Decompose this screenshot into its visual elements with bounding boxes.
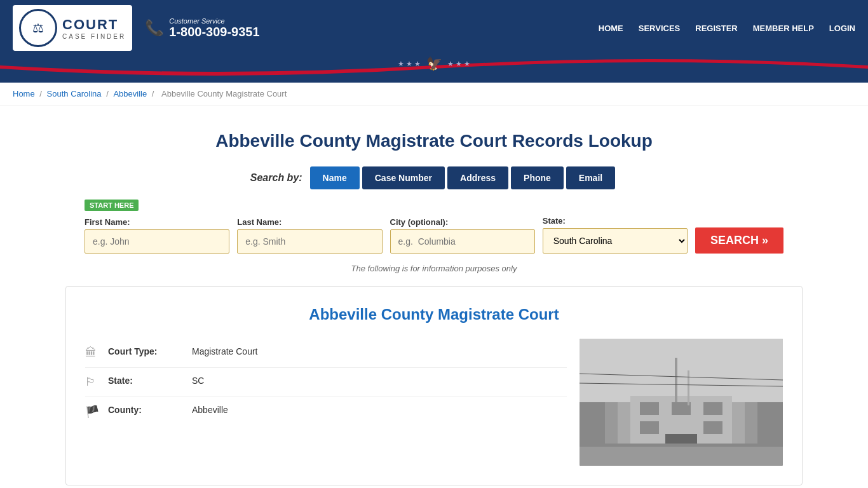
nav-login[interactable]: LOGIN bbox=[829, 24, 855, 33]
state-select[interactable]: South Carolina Alabama Alaska Arizona Ca… bbox=[543, 228, 688, 254]
search-section: Search by: Name Case Number Address Phon… bbox=[65, 166, 803, 273]
breadcrumb-sep2: / bbox=[106, 89, 111, 98]
svg-rect-9 bbox=[640, 421, 659, 434]
state-label: State: bbox=[543, 216, 688, 226]
search-form: First Name: Last Name: City (optional): … bbox=[85, 216, 783, 254]
header-phone: 📞 Customer Service 1-800-309-9351 bbox=[145, 17, 259, 39]
search-by-row: Search by: Name Case Number Address Phon… bbox=[65, 166, 803, 189]
breadcrumb-city[interactable]: Abbeville bbox=[113, 89, 147, 98]
court-image bbox=[580, 339, 783, 466]
phone-number: 1-800-309-9351 bbox=[169, 25, 259, 39]
site-header: ⚖ COURT CASE FINDER 📞 Customer Service 1… bbox=[0, 0, 868, 56]
court-type-icon: 🏛 bbox=[85, 346, 100, 360]
svg-rect-8 bbox=[703, 402, 722, 415]
main-content: Abbeville County Magistrate Court Record… bbox=[53, 105, 815, 488]
nav-home[interactable]: HOME bbox=[599, 24, 623, 33]
breadcrumb-sep1: / bbox=[39, 89, 44, 98]
first-name-input[interactable] bbox=[85, 229, 229, 254]
state-info-value: SC bbox=[192, 376, 204, 386]
tab-case-number[interactable]: Case Number bbox=[362, 166, 445, 189]
last-name-input[interactable] bbox=[237, 229, 382, 254]
eagle-icon: 🦅 bbox=[426, 56, 442, 71]
svg-rect-13 bbox=[688, 370, 689, 405]
county-icon: 🏴 bbox=[85, 405, 100, 419]
first-name-label: First Name: bbox=[85, 217, 229, 227]
court-info: 🏛 Court Type: Magistrate Court 🏳 State: … bbox=[85, 339, 567, 466]
state-icon: 🏳 bbox=[85, 376, 100, 389]
city-input[interactable] bbox=[390, 229, 535, 254]
tab-address[interactable]: Address bbox=[447, 166, 508, 189]
county-value: Abbeville bbox=[192, 405, 228, 415]
phone-icon: 📞 bbox=[145, 19, 164, 37]
header-left: ⚖ COURT CASE FINDER 📞 Customer Service 1… bbox=[13, 5, 260, 51]
court-card-body: 🏛 Court Type: Magistrate Court 🏳 State: … bbox=[85, 339, 783, 466]
eagle-banner: ★ ★ ★ 🦅 ★ ★ ★ bbox=[0, 56, 868, 83]
last-name-group: Last Name: bbox=[237, 217, 382, 254]
customer-service-label: Customer Service bbox=[169, 17, 259, 25]
logo-case-label: CASE FINDER bbox=[62, 33, 126, 40]
breadcrumb-sep3: / bbox=[152, 89, 156, 98]
county-label: County: bbox=[108, 405, 184, 415]
phone-details: Customer Service 1-800-309-9351 bbox=[169, 17, 259, 39]
court-type-value: Magistrate Court bbox=[192, 346, 257, 356]
tab-email[interactable]: Email bbox=[566, 166, 615, 189]
form-wrapper: START HERE First Name: Last Name: City (… bbox=[85, 200, 783, 254]
court-building-image bbox=[580, 339, 783, 466]
court-card-title: Abbeville County Magistrate Court bbox=[85, 306, 783, 323]
court-type-label: Court Type: bbox=[108, 346, 184, 356]
breadcrumb-state[interactable]: South Carolina bbox=[47, 89, 102, 98]
tab-phone[interactable]: Phone bbox=[511, 166, 564, 189]
tab-name[interactable]: Name bbox=[310, 166, 360, 189]
city-group: City (optional): bbox=[390, 217, 535, 254]
main-nav: HOME SERVICES REGISTER MEMBER HELP LOGIN bbox=[599, 24, 855, 33]
nav-services[interactable]: SERVICES bbox=[639, 24, 681, 33]
first-name-group: First Name: bbox=[85, 217, 229, 254]
search-button[interactable]: SEARCH » bbox=[695, 227, 783, 254]
state-row: 🏳 State: SC bbox=[85, 368, 567, 397]
svg-rect-14 bbox=[580, 447, 783, 466]
svg-rect-10 bbox=[703, 421, 722, 434]
start-here-badge: START HERE bbox=[85, 200, 139, 211]
info-note: The following is for information purpose… bbox=[65, 264, 803, 273]
logo-box: ⚖ COURT CASE FINDER bbox=[13, 5, 132, 51]
logo-court-label: COURT bbox=[62, 17, 126, 33]
county-row: 🏴 County: Abbeville bbox=[85, 397, 567, 426]
svg-rect-15 bbox=[580, 444, 783, 447]
svg-rect-6 bbox=[640, 402, 659, 415]
breadcrumb-current: Abbeville County Magistrate Court bbox=[161, 89, 287, 98]
state-info-label: State: bbox=[108, 376, 184, 386]
city-label: City (optional): bbox=[390, 217, 535, 227]
state-group: State: South Carolina Alabama Alaska Ari… bbox=[543, 216, 688, 254]
logo-text: COURT CASE FINDER bbox=[62, 17, 126, 40]
last-name-label: Last Name: bbox=[237, 217, 382, 227]
court-card: Abbeville County Magistrate Court 🏛 Cour… bbox=[65, 286, 803, 485]
page-title: Abbeville County Magistrate Court Record… bbox=[65, 131, 803, 151]
breadcrumb: Home / South Carolina / Abbeville / Abbe… bbox=[0, 83, 868, 105]
eagle-row: ★ ★ ★ 🦅 ★ ★ ★ bbox=[398, 56, 470, 71]
svg-rect-4 bbox=[580, 339, 783, 402]
nav-member-help[interactable]: MEMBER HELP bbox=[753, 24, 814, 33]
svg-rect-12 bbox=[675, 358, 677, 402]
logo-emblem: ⚖ bbox=[19, 9, 57, 47]
search-by-label: Search by: bbox=[250, 172, 302, 184]
breadcrumb-home[interactable]: Home bbox=[13, 89, 35, 98]
nav-register[interactable]: REGISTER bbox=[695, 24, 737, 33]
court-type-row: 🏛 Court Type: Magistrate Court bbox=[85, 339, 567, 368]
